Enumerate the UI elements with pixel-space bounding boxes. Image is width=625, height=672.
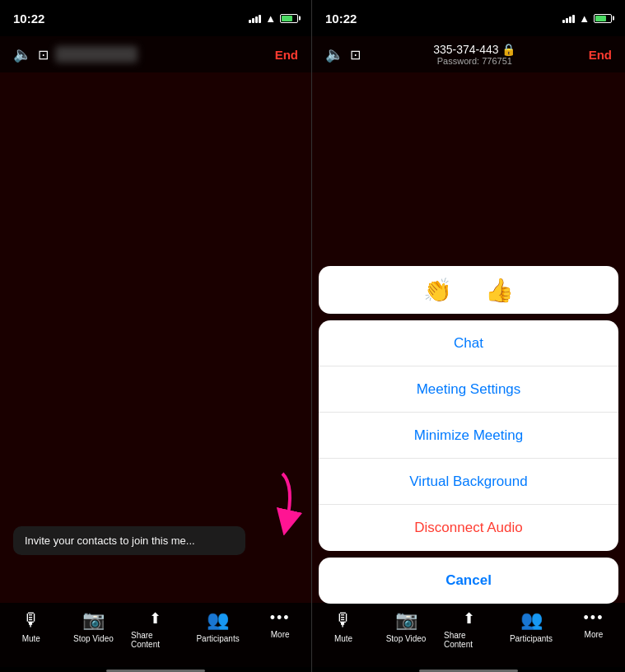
- meeting-id: 335-374-443 🔒: [433, 43, 515, 56]
- right-call-header: 🔈 ⊡ 335-374-443 🔒 Password: 776751 End: [312, 36, 625, 72]
- right-more-icon: •••: [584, 609, 604, 627]
- wifi-icon: ▲: [265, 12, 276, 25]
- right-home-indicator: [312, 667, 625, 672]
- right-camera-icon[interactable]: ⊡: [350, 47, 361, 63]
- menu-group: Chat Meeting Settings Minimize Meeting V…: [319, 320, 618, 551]
- left-status-bar: 10:22 ▲: [0, 0, 311, 36]
- mute-icon: 🎙: [22, 609, 40, 631]
- disconnect-audio-menu-item[interactable]: Disconnect Audio: [319, 505, 618, 551]
- right-toolbar-mute[interactable]: 🎙 Mute: [319, 609, 368, 643]
- right-call-header-center: 335-374-443 🔒 Password: 776751: [433, 43, 515, 66]
- right-stop-video-icon: 📷: [395, 609, 417, 631]
- bar4: [259, 15, 261, 23]
- invite-tooltip: Invite your contacts to join this me...: [13, 526, 245, 555]
- right-speaker-icon[interactable]: 🔈: [325, 45, 343, 63]
- meeting-password: Password: 776751: [437, 56, 512, 66]
- right-participants-icon: 👥: [520, 609, 543, 631]
- right-home-bar: [419, 670, 518, 672]
- stop-video-icon: 📷: [82, 609, 105, 631]
- bar3: [255, 16, 258, 23]
- r-bar2: [566, 18, 568, 23]
- right-battery-icon: [594, 14, 612, 23]
- left-home-bar: [106, 670, 205, 672]
- pink-arrow-container: [258, 469, 303, 539]
- left-call-header-left: 🔈 ⊡: [13, 45, 138, 63]
- pink-arrow-icon: [258, 469, 303, 535]
- right-share-icon: ⬆: [463, 609, 475, 628]
- right-status-bar: 10:22 ▲: [312, 0, 625, 36]
- left-status-icons: ▲: [249, 12, 298, 25]
- left-call-header: 🔈 ⊡ End: [0, 36, 311, 72]
- right-signal-bars: [562, 13, 575, 23]
- toolbar-mute[interactable]: 🎙 Mute: [7, 609, 56, 643]
- bar2: [252, 18, 254, 23]
- toolbar-stop-video[interactable]: 📷 Stop Video: [68, 609, 118, 643]
- minimize-meeting-menu-item[interactable]: Minimize Meeting: [319, 413, 618, 459]
- right-time: 10:22: [325, 12, 357, 26]
- toolbar-more[interactable]: ••• More: [255, 609, 305, 639]
- participants-icon: 👥: [207, 609, 229, 631]
- battery-fill: [282, 16, 292, 21]
- meeting-settings-menu-item[interactable]: Meeting Settings: [319, 366, 618, 413]
- emoji-row: 👏 👍: [319, 266, 618, 314]
- right-toolbar-stop-video[interactable]: 📷 Stop Video: [381, 609, 431, 643]
- chat-menu-item[interactable]: Chat: [319, 320, 618, 366]
- right-toolbar-more[interactable]: ••• More: [569, 609, 618, 639]
- virtual-background-menu-item[interactable]: Virtual Background: [319, 459, 618, 505]
- right-battery-fill: [595, 16, 606, 21]
- more-icon: •••: [270, 609, 291, 627]
- battery-icon: [280, 14, 298, 23]
- thumbsup-emoji[interactable]: 👍: [485, 277, 514, 304]
- right-panel: 10:22 ▲ 🔈 ⊡ 335-374-443 🔒 Password: 7767…: [312, 0, 625, 672]
- left-time: 10:22: [13, 12, 44, 26]
- clap-emoji[interactable]: 👏: [423, 277, 452, 304]
- left-panel: 10:22 ▲ 🔈 ⊡ End Invite your contacts to …: [0, 0, 312, 672]
- toolbar-share[interactable]: ⬆ Share Content: [131, 609, 180, 649]
- left-bottom-toolbar: 🎙 Mute 📷 Stop Video ⬆ Share Content 👥 Pa…: [0, 603, 311, 667]
- signal-bars: [249, 13, 261, 23]
- end-button[interactable]: End: [275, 48, 298, 62]
- meeting-name-blurred: [55, 46, 138, 63]
- right-toolbar-share[interactable]: ⬆ Share Content: [444, 609, 493, 649]
- right-call-header-left: 🔈 ⊡: [325, 45, 361, 63]
- left-video-area: Invite your contacts to join this me...: [0, 72, 311, 603]
- right-mute-icon: 🎙: [334, 609, 352, 631]
- toolbar-participants[interactable]: 👥 Participants: [194, 609, 243, 643]
- more-menu-overlay: 👏 👍 Chat Meeting Settings Minimize Meeti…: [319, 266, 618, 604]
- right-toolbar-participants[interactable]: 👥 Participants: [506, 609, 556, 643]
- right-bottom-toolbar: 🎙 Mute 📷 Stop Video ⬆ Share Content 👥 Pa…: [312, 603, 625, 667]
- speaker-icon[interactable]: 🔈: [13, 45, 31, 63]
- bar1: [249, 20, 251, 23]
- camera-icon[interactable]: ⊡: [38, 47, 49, 63]
- share-icon: ⬆: [149, 609, 161, 628]
- right-end-button[interactable]: End: [589, 48, 612, 62]
- r-bar1: [562, 20, 565, 23]
- right-status-icons: ▲: [562, 12, 612, 25]
- r-bar4: [572, 15, 575, 23]
- cancel-button[interactable]: Cancel: [319, 558, 618, 604]
- right-wifi-icon: ▲: [579, 12, 590, 25]
- left-home-indicator: [0, 667, 311, 672]
- r-bar3: [569, 16, 571, 23]
